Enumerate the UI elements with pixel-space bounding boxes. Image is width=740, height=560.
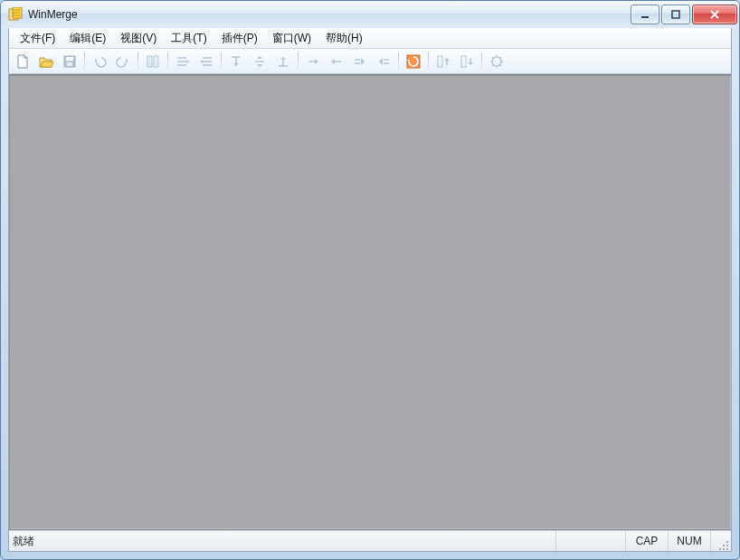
- open-button[interactable]: [35, 51, 57, 72]
- refresh-icon: [406, 54, 421, 69]
- status-num: NUM: [669, 531, 711, 551]
- svg-rect-5: [66, 57, 73, 61]
- next-diff-button[interactable]: [456, 51, 478, 72]
- undo-button[interactable]: [89, 51, 110, 72]
- svg-rect-3: [672, 11, 679, 18]
- svg-rect-11: [461, 56, 466, 67]
- copy-right-icon: [306, 54, 320, 69]
- prev-diff-button[interactable]: [432, 51, 454, 72]
- toolbar: [9, 49, 731, 74]
- all-left-icon: [176, 54, 190, 69]
- resize-grip[interactable]: [711, 529, 731, 553]
- svg-rect-10: [438, 56, 442, 67]
- svg-rect-7: [147, 56, 152, 67]
- all-left-button[interactable]: [172, 51, 194, 72]
- next-diff-icon: [460, 54, 474, 69]
- window-controls: [629, 5, 737, 24]
- titlebar[interactable]: WinMerge: [1, 1, 739, 28]
- copy-left-adv-icon: [376, 54, 391, 69]
- menu-edit[interactable]: 编辑(E): [62, 29, 113, 48]
- copy-right-button[interactable]: [302, 51, 324, 72]
- all-right-button[interactable]: [195, 51, 217, 72]
- menu-view[interactable]: 视图(V): [113, 29, 164, 48]
- statusbar: 就绪 CAP NUM: [9, 530, 731, 551]
- client-area: 文件(F) 编辑(E) 视图(V) 工具(T) 插件(P) 窗口(W) 帮助(H…: [8, 28, 732, 552]
- options-button[interactable]: [486, 51, 508, 72]
- app-icon: [8, 7, 23, 22]
- first-diff-icon: [229, 54, 243, 69]
- resize-grip-icon: [718, 540, 729, 551]
- menubar: 文件(F) 编辑(E) 视图(V) 工具(T) 插件(P) 窗口(W) 帮助(H…: [9, 28, 731, 49]
- save-button[interactable]: [59, 51, 81, 72]
- new-button[interactable]: [12, 51, 33, 72]
- svg-rect-8: [154, 56, 158, 67]
- svg-rect-6: [67, 62, 72, 66]
- current-diff-button[interactable]: [249, 51, 270, 72]
- diff-pane-button[interactable]: [142, 51, 164, 72]
- undo-icon: [92, 54, 107, 69]
- open-icon: [39, 54, 53, 69]
- copy-right-adv-icon: [353, 54, 367, 69]
- menu-file[interactable]: 文件(F): [13, 29, 62, 48]
- window-frame: WinMerge 文件(F) 编辑(E) 视图(V) 工具(T) 插件(P) 窗…: [0, 0, 740, 560]
- redo-icon: [116, 54, 130, 69]
- all-right-icon: [199, 54, 213, 69]
- minimize-button[interactable]: [631, 5, 659, 24]
- copy-left-adv-button[interactable]: [373, 51, 394, 72]
- maximize-button[interactable]: [661, 5, 690, 24]
- svg-rect-2: [641, 16, 649, 18]
- first-diff-button[interactable]: [225, 51, 247, 72]
- options-icon: [489, 54, 504, 69]
- current-diff-icon: [252, 54, 267, 69]
- copy-left-icon: [329, 54, 344, 69]
- close-button[interactable]: [692, 5, 737, 24]
- copy-left-button[interactable]: [326, 51, 347, 72]
- diff-pane-icon: [146, 54, 160, 69]
- status-ready: 就绪: [9, 531, 556, 551]
- menu-help[interactable]: 帮助(H): [318, 29, 370, 48]
- menu-window[interactable]: 窗口(W): [265, 29, 318, 48]
- save-icon: [62, 54, 77, 69]
- redo-button[interactable]: [112, 51, 134, 72]
- mdi-workspace: [9, 74, 731, 530]
- refresh-button[interactable]: [403, 51, 424, 72]
- new-icon: [15, 54, 30, 69]
- status-cap: CAP: [626, 531, 669, 551]
- menu-plugins[interactable]: 插件(P): [214, 29, 265, 48]
- window-title: WinMerge: [28, 8, 78, 21]
- last-diff-icon: [276, 54, 290, 69]
- status-blank-1: [556, 531, 626, 551]
- menu-tools[interactable]: 工具(T): [164, 29, 213, 48]
- prev-diff-icon: [436, 54, 451, 69]
- copy-right-adv-button[interactable]: [349, 51, 371, 72]
- last-diff-button[interactable]: [272, 51, 294, 72]
